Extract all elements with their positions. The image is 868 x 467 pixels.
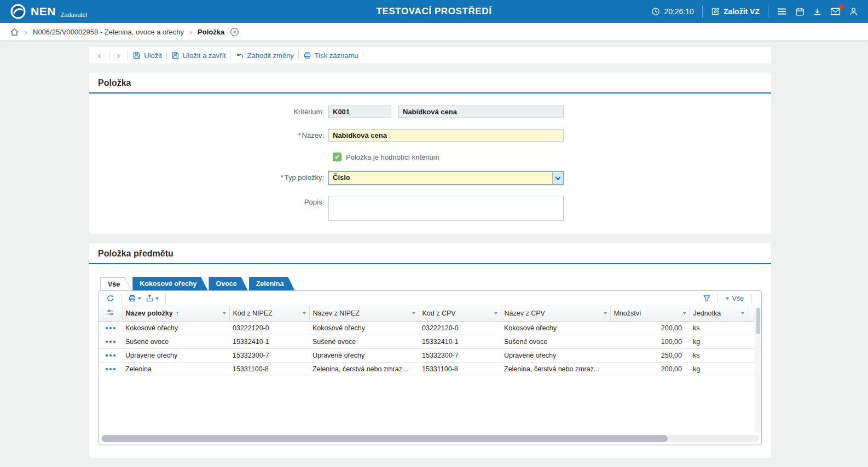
vertical-scrollbar[interactable] bbox=[755, 307, 761, 433]
popis-textarea[interactable] bbox=[328, 196, 564, 221]
row-actions-button[interactable] bbox=[99, 321, 122, 335]
user-button[interactable] bbox=[849, 7, 858, 16]
nen-logo-icon bbox=[10, 3, 26, 20]
horizontal-scrollbar[interactable] bbox=[101, 435, 759, 442]
breadcrumb-current: Položka bbox=[198, 28, 224, 36]
table-cell: kg bbox=[690, 362, 748, 376]
required-marker: * bbox=[298, 131, 300, 139]
save-icon bbox=[171, 51, 180, 60]
create-vz-button[interactable]: Založit VZ bbox=[711, 7, 760, 16]
table-cell: Zelenina bbox=[122, 362, 229, 376]
polozka-section: Položka Kritérium: *Název: Položka je ho… bbox=[89, 73, 771, 234]
table-cell: ks bbox=[690, 348, 748, 362]
header-nazev-nipez[interactable]: Název z NIPEZ bbox=[309, 306, 419, 321]
header-nazev-polozky[interactable]: Název položky↑ bbox=[122, 306, 229, 321]
tab-kokosove-orechy[interactable]: Kokosové ořechy bbox=[132, 277, 207, 290]
tab-zelenina[interactable]: Zelenina bbox=[249, 277, 295, 290]
nazev-label: *Název: bbox=[89, 129, 328, 142]
typ-polozky-value: Číslo bbox=[329, 172, 552, 184]
breadcrumb-record[interactable]: N006/25/V00002958 - Zelenina, ovoce a oř… bbox=[33, 28, 184, 36]
header-jednotka[interactable]: Jednotka bbox=[690, 306, 748, 321]
required-marker: * bbox=[281, 173, 283, 182]
refresh-button[interactable] bbox=[104, 294, 117, 302]
column-filter-icon[interactable] bbox=[303, 312, 306, 314]
mail-button[interactable] bbox=[830, 7, 841, 16]
environment-title: TESTOVACÍ PROSTŘEDÍ bbox=[376, 6, 491, 17]
typ-polozky-label: *Typ položky: bbox=[89, 171, 328, 185]
menu-icon bbox=[777, 7, 787, 16]
grid-toolbar: Vše bbox=[99, 291, 761, 306]
calendar-button[interactable] bbox=[795, 7, 805, 16]
kriterium-code-field[interactable] bbox=[328, 106, 391, 118]
table-cell: 200,00 bbox=[610, 362, 690, 376]
mail-badge bbox=[839, 4, 843, 9]
hodnotici-kriterium-checkbox[interactable] bbox=[333, 153, 342, 161]
select-dropdown-button[interactable] bbox=[552, 172, 563, 184]
table-cell: Zelenina, čerstvá nebo zmraz... bbox=[501, 362, 610, 376]
kriterium-name-field[interactable] bbox=[398, 106, 564, 118]
table-cell: Upravené ořechy bbox=[309, 348, 419, 362]
column-filter-icon[interactable] bbox=[741, 312, 744, 314]
kriterium-label: Kritérium: bbox=[89, 106, 328, 118]
row-actions-button[interactable] bbox=[99, 335, 122, 348]
export-button[interactable] bbox=[143, 294, 161, 302]
row-actions-button[interactable] bbox=[99, 362, 122, 376]
table-cell: 15331100-8 bbox=[229, 362, 309, 376]
nazev-field[interactable] bbox=[328, 129, 564, 142]
dropdown-triangle-icon bbox=[138, 297, 141, 300]
topbar-separator bbox=[702, 5, 703, 17]
column-filter-icon[interactable] bbox=[494, 312, 497, 314]
table-cell: Upravené ořechy bbox=[122, 348, 229, 362]
print-record-button[interactable]: Tisk záznamu bbox=[303, 51, 358, 60]
check-icon bbox=[335, 154, 339, 159]
calendar-icon bbox=[795, 7, 805, 16]
header-kod-nipez[interactable]: Kód z NIPEZ bbox=[229, 306, 309, 321]
column-filter-icon[interactable] bbox=[604, 312, 607, 314]
top-bar: NEN Zadavatel TESTOVACÍ PROSTŘEDÍ 20:26:… bbox=[0, 0, 868, 23]
table-row[interactable]: Kokosové ořechy03222120-0Kokosové ořechy… bbox=[99, 321, 761, 335]
home-icon[interactable] bbox=[10, 27, 19, 37]
header-nazev-cpv[interactable]: Název z CPV bbox=[501, 306, 610, 321]
vertical-scrollbar-thumb[interactable] bbox=[756, 308, 760, 334]
predmet-tabs: Vše Kokosové ořechy Ovoce Zelenina bbox=[100, 277, 771, 290]
chevron-down-icon bbox=[555, 174, 561, 180]
horizontal-scrollbar-thumb[interactable] bbox=[102, 435, 668, 442]
grid-filter-select[interactable]: Vše bbox=[722, 295, 747, 302]
table-row[interactable]: Sušené ovoce15332410-1Sušené ovoce153324… bbox=[99, 335, 761, 348]
tab-vse[interactable]: Vše bbox=[100, 277, 131, 290]
refresh-icon bbox=[106, 294, 114, 302]
discard-changes-button[interactable]: Zahodit změny bbox=[235, 51, 294, 60]
column-filter-icon[interactable] bbox=[223, 312, 226, 314]
nav-back-button[interactable]: ‹ bbox=[95, 51, 105, 60]
table-cell: Kokosové ořechy bbox=[122, 321, 229, 335]
print-grid-button[interactable] bbox=[126, 294, 143, 302]
tab-ovoce[interactable]: Ovoce bbox=[209, 277, 247, 290]
clock-time: 20:26:10 bbox=[664, 7, 694, 16]
brand[interactable]: NEN Zadavatel bbox=[10, 3, 87, 20]
printer-icon bbox=[128, 294, 136, 302]
breadcrumb: › N006/25/V00002958 - Zelenina, ovoce a … bbox=[0, 23, 868, 41]
save-close-button[interactable]: Uložit a zavřít bbox=[171, 51, 226, 60]
grid-empty-area bbox=[99, 376, 761, 434]
typ-polozky-select[interactable]: Číslo bbox=[328, 171, 564, 185]
table-row[interactable]: Upravené ořechy15332300-7Upravené ořechy… bbox=[99, 348, 761, 362]
download-button[interactable] bbox=[813, 7, 822, 16]
header-kod-cpv[interactable]: Kód z CPV bbox=[419, 306, 501, 321]
close-tab-icon[interactable] bbox=[230, 27, 239, 37]
save-button[interactable]: Uložit bbox=[132, 51, 162, 60]
row-actions-button[interactable] bbox=[99, 348, 122, 362]
filter-button[interactable] bbox=[701, 294, 713, 302]
nav-forward-button[interactable]: › bbox=[114, 51, 124, 60]
header-mnozstvi[interactable]: Množství bbox=[610, 306, 690, 321]
menu-button[interactable] bbox=[777, 7, 787, 16]
column-settings-header[interactable] bbox=[99, 306, 122, 321]
table-cell: 100,00 bbox=[610, 335, 690, 348]
export-icon bbox=[146, 294, 154, 302]
predmet-section-title: Položka předmětu bbox=[89, 243, 771, 264]
table-cell: Kokosové ořechy bbox=[309, 321, 419, 335]
table-row[interactable]: Zelenina15331100-8Zelenina, čerstvá nebo… bbox=[99, 362, 761, 376]
clock-widget: 20:26:10 bbox=[651, 7, 694, 16]
column-filter-icon[interactable] bbox=[683, 312, 686, 314]
column-filter-icon[interactable] bbox=[412, 312, 415, 314]
table-cell: 15332300-7 bbox=[229, 348, 309, 362]
